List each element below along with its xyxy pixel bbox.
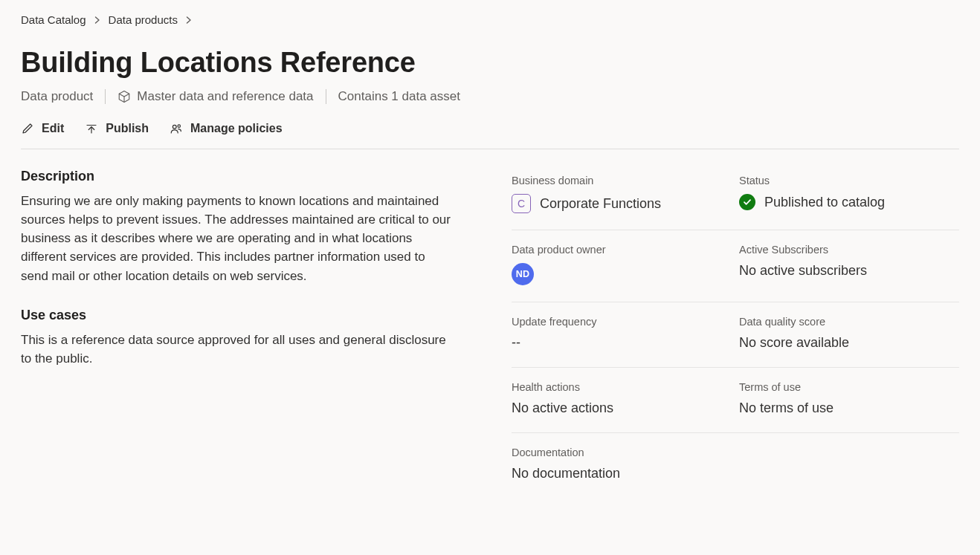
content-area: Description Ensuring we are only making …	[21, 169, 959, 496]
divider	[105, 89, 106, 104]
chevron-right-icon	[94, 16, 101, 24]
use-cases-heading: Use cases	[21, 308, 452, 323]
publish-button[interactable]: Publish	[85, 122, 149, 135]
checkmark-circle-icon	[739, 194, 755, 210]
documentation-field: Documentation No documentation	[512, 441, 959, 496]
use-cases-body: This is a reference data source approved…	[21, 331, 452, 368]
publish-button-label: Publish	[106, 122, 149, 135]
health-actions-label: Health actions	[512, 381, 732, 393]
owner-field: Data product owner ND	[512, 238, 732, 300]
breadcrumb-data-products[interactable]: Data products	[109, 13, 178, 26]
data-quality-label: Data quality score	[739, 316, 959, 328]
terms-of-use-field: Terms of use No terms of use	[739, 375, 959, 431]
terms-of-use-value: No terms of use	[739, 400, 959, 416]
description-heading: Description	[21, 169, 452, 184]
pencil-icon	[21, 122, 34, 135]
divider	[512, 432, 959, 433]
divider	[512, 230, 959, 230]
manage-policies-button-label: Manage policies	[190, 122, 283, 135]
right-column: Business domain C Corporate Functions St…	[512, 169, 959, 496]
terms-of-use-label: Terms of use	[739, 381, 959, 393]
update-frequency-field: Update frequency --	[512, 310, 732, 366]
divider	[512, 367, 959, 368]
data-quality-value: No score available	[739, 335, 959, 351]
documentation-label: Documentation	[512, 447, 959, 458]
owner-label: Data product owner	[512, 244, 732, 256]
breadcrumb: Data Catalog Data products	[21, 13, 959, 26]
data-quality-field: Data quality score No score available	[739, 310, 959, 366]
status-field: Status Published to catalog	[739, 169, 959, 228]
asset-count-label: Contains 1 data asset	[338, 89, 460, 104]
product-category-label: Master data and reference data	[137, 89, 313, 104]
edit-button-label: Edit	[42, 122, 64, 135]
divider	[512, 302, 959, 302]
business-domain-label: Business domain	[512, 175, 732, 186]
owner-avatar[interactable]: ND	[512, 263, 534, 285]
subscribers-label: Active Subscribers	[739, 244, 959, 256]
health-actions-field: Health actions No active actions	[512, 375, 732, 431]
divider	[326, 89, 326, 104]
description-body: Ensuring we are only making payments to …	[21, 192, 452, 285]
svg-point-0	[173, 125, 176, 129]
health-actions-value: No active actions	[512, 400, 732, 416]
business-domain-field: Business domain C Corporate Functions	[512, 169, 732, 228]
domain-badge: C	[512, 194, 531, 213]
left-column: Description Ensuring we are only making …	[21, 169, 452, 496]
subscribers-value: No active subscribers	[739, 263, 959, 279]
cube-icon	[117, 90, 131, 103]
product-type-label: Data product	[21, 89, 93, 104]
documentation-value: No documentation	[512, 466, 959, 481]
manage-policies-button[interactable]: Manage policies	[170, 122, 283, 135]
publish-icon	[85, 122, 98, 135]
product-category: Master data and reference data	[117, 89, 313, 104]
people-icon	[170, 122, 183, 135]
divider	[21, 149, 959, 149]
page-subtitle: Data product Master data and reference d…	[21, 89, 959, 104]
update-frequency-label: Update frequency	[512, 316, 732, 328]
page-title: Building Locations Reference	[21, 47, 959, 79]
business-domain-value: Corporate Functions	[540, 196, 661, 212]
edit-button[interactable]: Edit	[21, 122, 64, 135]
status-value: Published to catalog	[764, 195, 885, 210]
svg-point-1	[178, 125, 180, 127]
action-bar: Edit Publish Manage policies	[21, 122, 959, 149]
update-frequency-value: --	[512, 335, 732, 351]
chevron-right-icon	[185, 16, 193, 24]
status-label: Status	[739, 175, 959, 186]
subscribers-field: Active Subscribers No active subscribers	[739, 238, 959, 300]
breadcrumb-data-catalog[interactable]: Data Catalog	[21, 13, 86, 26]
